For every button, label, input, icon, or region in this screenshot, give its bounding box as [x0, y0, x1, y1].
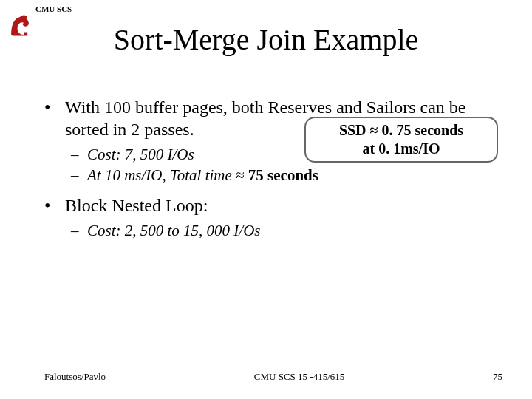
footer-authors: Faloutsos/Pavlo [44, 371, 106, 383]
bullet-dot: • [44, 96, 65, 140]
sub-text: Cost: 2, 500 to 15, 000 I/Os [87, 221, 502, 240]
slide-title: Sort-Merge Join Example [0, 22, 532, 57]
sub-prefix: Cost: [87, 222, 125, 239]
sub-prefix: At 10 ms/IO, Total time ≈ [87, 166, 248, 184]
bullet-dot: • [44, 194, 65, 216]
ssd-callout: SSD ≈ 0. 75 seconds at 0. 1ms/IO [304, 117, 498, 163]
footer-course: CMU SCS 15 -415/615 [254, 371, 344, 383]
header-label: CMU SCS [35, 4, 72, 13]
slide-footer: Faloutsos/Pavlo CMU SCS 15 -415/615 75 [44, 371, 502, 383]
sub-dash: – [71, 221, 87, 240]
callout-line-2: at 0. 1ms/IO [306, 140, 497, 158]
sub-bullet-time: – At 10 ms/IO, Total time ≈ 75 seconds [71, 166, 502, 185]
sub-text: At 10 ms/IO, Total time ≈ 75 seconds [87, 166, 502, 185]
bullet-2: • Block Nested Loop: [44, 194, 502, 216]
sub-dash: – [71, 166, 87, 185]
bullet-text: Block Nested Loop: [65, 194, 502, 216]
sub-bullet-cost-2: – Cost: 2, 500 to 15, 000 I/Os [71, 221, 502, 240]
sub-value: 75 seconds [248, 166, 318, 184]
sub-value: 2, 500 to 15, 000 I/Os [125, 222, 261, 239]
sub-prefix: Cost: [87, 146, 125, 163]
callout-line-1: SSD ≈ 0. 75 seconds [306, 121, 497, 140]
sub-value: 7, 500 I/Os [125, 146, 194, 163]
sub-dash: – [71, 145, 87, 164]
footer-page-number: 75 [493, 371, 502, 383]
